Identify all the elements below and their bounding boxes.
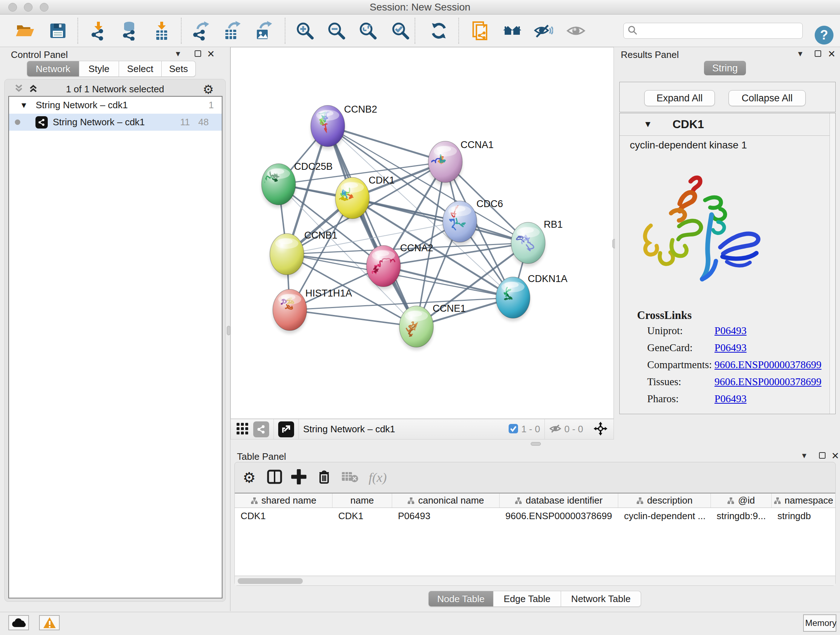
network-node-CCNB2[interactable] [311, 105, 345, 149]
network-node-CCNB1[interactable] [270, 233, 304, 278]
network-row[interactable]: String Network – cdk1 11 48 [9, 114, 222, 131]
refresh-icon[interactable] [428, 20, 449, 41]
control-panel-close-icon[interactable]: ✕ [207, 49, 215, 60]
column-header-id[interactable]: @id [711, 494, 772, 508]
zoom-fit-icon[interactable] [357, 20, 378, 41]
create-column-icon[interactable] [291, 469, 306, 486]
tab-select[interactable]: Select [119, 61, 162, 77]
results-panel-float-icon[interactable] [815, 50, 821, 57]
tab-string[interactable]: String [704, 61, 746, 75]
scrollbar-thumb[interactable] [238, 578, 303, 584]
import-network-file-icon[interactable] [88, 20, 109, 41]
delete-column-icon[interactable] [317, 469, 332, 486]
column-header-namespace[interactable]: namespace [772, 494, 835, 508]
import-network-database-icon[interactable] [118, 20, 140, 41]
network-node-CDKN1A[interactable] [496, 277, 530, 321]
grid-view-icon[interactable] [236, 422, 249, 437]
cell-name[interactable]: CDK1 [332, 508, 392, 524]
hidden-items-eye-icon[interactable] [549, 423, 561, 436]
table-row[interactable]: CDK1 CDK1 P06493 9606.ENSP00000378699 cy… [235, 508, 835, 524]
results-panel-close-icon[interactable]: ✕ [828, 49, 836, 60]
tab-network-table[interactable]: Network Table [561, 591, 641, 607]
zoom-in-icon[interactable] [294, 20, 316, 41]
search-box[interactable] [623, 23, 803, 39]
pan-crosshair-icon[interactable] [593, 421, 608, 437]
cell-database-identifier[interactable]: 9606.ENSP00000378699 [500, 508, 618, 524]
table-panel-float-icon[interactable] [819, 452, 826, 459]
table-horizontal-scrollbar[interactable] [235, 577, 835, 585]
left-splitter-handle[interactable] [227, 326, 231, 335]
tab-edge-table[interactable]: Edge Table [493, 591, 561, 607]
tree-expanded-icon[interactable]: ▼ [20, 101, 28, 110]
help-icon[interactable]: ? [815, 26, 834, 44]
tab-network[interactable]: Network [27, 61, 79, 77]
table-panel-menu-icon[interactable]: ▾ [802, 450, 806, 461]
export-table-icon[interactable] [221, 20, 242, 41]
zoom-selected-icon[interactable] [390, 20, 411, 41]
crosslink-link[interactable]: 9606.ENSP00000378699 [714, 376, 821, 388]
node-table[interactable]: shared name name canonical name database… [235, 493, 835, 575]
network-document-icon[interactable] [471, 20, 492, 41]
network-node-CCNA1[interactable] [427, 141, 462, 185]
open-file-icon[interactable] [14, 20, 35, 41]
selected-checkbox-icon[interactable] [508, 424, 518, 435]
show-columns-icon[interactable] [267, 469, 282, 486]
column-header-name[interactable]: name [332, 494, 392, 508]
cloud-status-button[interactable] [8, 615, 29, 630]
hide-graphics-details-icon[interactable] [533, 20, 554, 41]
network-node-CDC25B[interactable] [262, 164, 295, 208]
crosslink-link[interactable]: 9606.ENSP00000378699 [714, 359, 821, 371]
warnings-button[interactable] [39, 615, 60, 630]
save-session-icon[interactable] [47, 20, 68, 41]
column-header-canonical-name[interactable]: canonical name [392, 494, 500, 508]
selected-node-edge-counts: 1 - 0 [521, 424, 540, 435]
network-node-CDC6[interactable] [443, 201, 477, 245]
network-node-CCNE1[interactable] [399, 306, 433, 350]
network-node-CDK1[interactable] [335, 177, 369, 222]
network-edge-HIST1H1A-CCNE1[interactable] [290, 310, 416, 326]
export-network-icon[interactable] [190, 20, 211, 41]
export-image-icon[interactable] [253, 20, 273, 41]
network-options-gear-icon[interactable]: ⚙ [203, 82, 214, 97]
control-panel-float-icon[interactable] [195, 50, 201, 57]
memory-button[interactable]: Memory [803, 614, 836, 632]
network-node-RB1[interactable] [511, 222, 545, 266]
search-input[interactable] [641, 24, 802, 37]
crosslink-link[interactable]: P06493 [714, 393, 747, 405]
tab-node-table[interactable]: Node Table [428, 591, 493, 607]
column-header-description[interactable]: description [618, 494, 711, 508]
table-panel-close-icon[interactable]: ✕ [831, 450, 839, 462]
column-header-shared-name[interactable]: shared name [235, 494, 332, 508]
control-panel-menu-icon[interactable]: ▾ [176, 49, 180, 59]
cell-shared-name[interactable]: CDK1 [235, 508, 332, 524]
protein-section-header[interactable]: ▼ CDK1 [620, 113, 830, 136]
home-overview-icon[interactable] [502, 20, 523, 41]
network-node-HIST1H1A[interactable] [273, 289, 307, 333]
crosslink-link[interactable]: P06493 [714, 342, 747, 354]
zoom-out-icon[interactable] [326, 20, 347, 41]
section-expanded-icon[interactable]: ▼ [644, 119, 652, 129]
tab-sets[interactable]: Sets [162, 61, 196, 77]
share-view-icon[interactable] [253, 421, 269, 437]
cell-id[interactable]: stringdb:9... [711, 508, 772, 524]
network-canvas[interactable]: CCNB2CCNA1CDC25BCDK1CDC6RB1CCNB1CCNA2CDK… [231, 48, 614, 418]
open-in-window-icon[interactable] [278, 421, 294, 437]
expand-all-button[interactable]: Expand All [644, 90, 715, 106]
network-node-CCNA2[interactable] [366, 245, 401, 290]
results-scrollbar[interactable] [829, 113, 835, 414]
cell-description[interactable]: cyclin-dependent ... [618, 508, 711, 524]
cell-canonical-name[interactable]: P06493 [392, 508, 500, 524]
cell-namespace[interactable]: stringdb [772, 508, 835, 524]
network-collection-row[interactable]: ▼ String Network – cdk1 1 [9, 97, 222, 114]
crosslink-link[interactable]: P06493 [714, 325, 747, 337]
network-view[interactable]: CCNB2CCNA1CDC25BCDK1CDC6RB1CCNB1CCNA2CDK… [231, 47, 614, 419]
import-table-icon[interactable] [151, 20, 172, 41]
bottom-splitter-handle[interactable] [531, 442, 541, 446]
crosslink-row: GeneCard: P06493 [620, 339, 830, 356]
column-header-database-identifier[interactable]: database identifier [500, 494, 618, 508]
results-panel-menu-icon[interactable]: ▾ [798, 49, 802, 59]
tab-style[interactable]: Style [79, 61, 119, 77]
collapse-all-button[interactable]: Collapse All [729, 90, 806, 106]
network-edge-CCNB2-CCNA1[interactable] [328, 126, 445, 162]
table-options-gear-icon[interactable]: ⚙ [243, 469, 256, 486]
